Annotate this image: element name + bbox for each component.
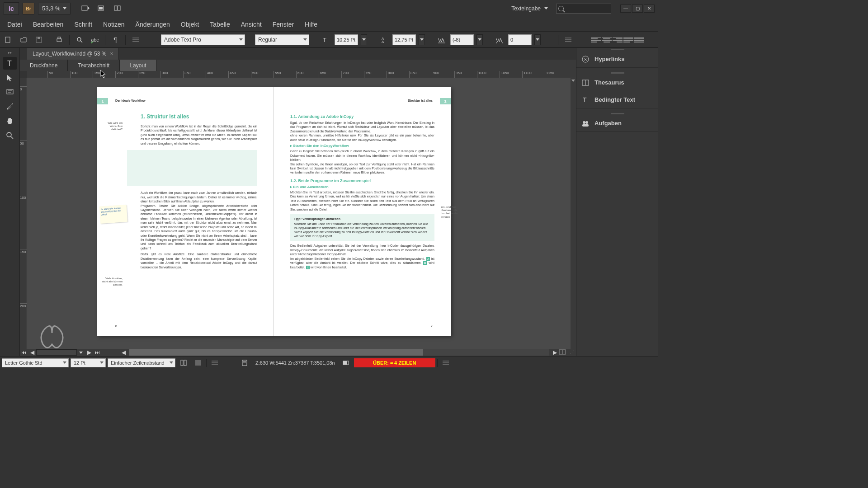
- menu-schrift[interactable]: Schrift: [70, 18, 97, 31]
- text-mode-icon[interactable]: [192, 357, 204, 368]
- split-view-button[interactable]: [559, 349, 568, 356]
- save-button[interactable]: [33, 34, 45, 45]
- copyfit-progress-icon[interactable]: [340, 357, 352, 368]
- close-tab-icon[interactable]: ×: [110, 51, 113, 57]
- panel-aufgaben[interactable]: Aufgaben: [576, 115, 658, 132]
- find-button[interactable]: [73, 34, 86, 45]
- tracking-stepper[interactable]: [534, 34, 541, 45]
- scroll-right-button[interactable]: ▶: [551, 349, 559, 356]
- panel-menu-icon[interactable]: [439, 357, 452, 368]
- status-leading-combo[interactable]: Einfacher Zeilenabstand: [108, 358, 175, 367]
- view-options-button[interactable]: [80, 4, 91, 14]
- maximize-button[interactable]: ▢: [632, 5, 643, 13]
- panel-bedingter-text[interactable]: T Bedingter Text: [576, 91, 658, 108]
- kerning-field[interactable]: (-8): [450, 34, 474, 45]
- tracking-field[interactable]: 0: [508, 34, 532, 45]
- scrollbar-vertical[interactable]: [571, 78, 576, 349]
- body-text: Ganz zu Beginn: Sie befinden sich gleich…: [290, 149, 434, 162]
- scroll-left-button[interactable]: ◀: [119, 349, 127, 356]
- last-page-button[interactable]: ⏭: [93, 349, 101, 356]
- align-right-button[interactable]: [613, 35, 623, 44]
- svg-text:T: T: [7, 60, 12, 67]
- menu-objekt[interactable]: Objekt: [176, 18, 203, 31]
- document-tab[interactable]: Layout_Workflow.indd @ 53 % ×: [27, 48, 119, 60]
- status-size-combo[interactable]: 12 Pt: [71, 358, 106, 367]
- page-combo-dropdown[interactable]: [77, 349, 85, 356]
- menu-datei[interactable]: Datei: [3, 18, 27, 31]
- workspace-switcher[interactable]: Texteingabe: [507, 2, 552, 15]
- show-hidden-button[interactable]: ¶: [109, 34, 122, 45]
- ruler-horizontal[interactable]: 5010015020025030035040045050055060065070…: [27, 71, 576, 78]
- note-tool[interactable]: [3, 86, 17, 99]
- panel-label: Bedingter Text: [594, 96, 635, 103]
- font-family-combo[interactable]: Adobe Text Pro: [161, 34, 245, 45]
- next-page-button[interactable]: ▶: [85, 349, 93, 356]
- leading-field[interactable]: 12,75 Pt: [392, 34, 416, 45]
- svg-rect-26: [7, 89, 13, 94]
- panel-menu-icon[interactable]: [208, 357, 221, 368]
- new-button[interactable]: [2, 34, 14, 45]
- layout-canvas[interactable]: 1 Der ideale Workflow 1. Struktur ist al…: [27, 78, 576, 349]
- panel-menu-icon[interactable]: [562, 34, 575, 45]
- scroll-up-icon[interactable]: [571, 80, 575, 82]
- search-input[interactable]: [556, 4, 611, 14]
- page-combo[interactable]: [36, 349, 77, 356]
- hand-tool[interactable]: [3, 115, 17, 127]
- resize-grip[interactable]: ⋰: [568, 349, 576, 356]
- font-size-stepper[interactable]: [361, 34, 367, 45]
- collapse-icon[interactable]: ▸▸: [0, 51, 19, 55]
- minimize-button[interactable]: —: [620, 5, 631, 13]
- view-tab-druckfahne[interactable]: Druckfahne: [20, 60, 68, 71]
- font-size-field[interactable]: 10,25 Pt: [335, 34, 358, 45]
- tool-panel: ▸▸ T: [0, 48, 20, 356]
- align-center-button[interactable]: [602, 35, 612, 44]
- view-tab-textabschnitt[interactable]: Textabschnitt: [68, 60, 120, 71]
- screen-mode-button[interactable]: [96, 4, 108, 14]
- zoom-tool[interactable]: [3, 129, 17, 142]
- close-button[interactable]: ✕: [644, 5, 655, 13]
- svg-text:T: T: [327, 39, 329, 43]
- first-page-button[interactable]: ⏮: [20, 349, 28, 356]
- kerning-stepper[interactable]: [476, 34, 483, 45]
- zoom-combo[interactable]: 53,3 %: [38, 3, 71, 14]
- thesaurus-icon: [581, 78, 590, 87]
- menu-hilfe[interactable]: Hilfe: [300, 18, 322, 31]
- status-font-combo[interactable]: Letter Gothic Std: [2, 358, 69, 367]
- justify-left-button[interactable]: [623, 35, 633, 44]
- justify-all-button[interactable]: [634, 35, 644, 44]
- leading-stepper[interactable]: [419, 34, 425, 45]
- ruler-vertical[interactable]: 050100150200: [20, 78, 27, 349]
- panel-thesaurus[interactable]: Thesaurus: [576, 74, 658, 91]
- type-tool[interactable]: T: [3, 57, 17, 70]
- columns-icon[interactable]: [177, 357, 190, 368]
- prev-page-button[interactable]: ◀: [28, 349, 36, 356]
- svg-rect-8: [57, 39, 61, 42]
- running-head: Struktur ist alles: [408, 99, 433, 102]
- spellcheck-button[interactable]: abc✓: [89, 34, 101, 45]
- arrange-documents-button[interactable]: [112, 4, 124, 14]
- scrollbar-horizontal[interactable]: [129, 349, 549, 356]
- print-button[interactable]: [53, 34, 66, 45]
- eyedropper-tool[interactable]: [3, 100, 17, 113]
- workspace-label: Texteingabe: [511, 5, 541, 12]
- bridge-icon[interactable]: Br: [23, 3, 34, 14]
- page-number: 6: [115, 324, 117, 328]
- copyfit-icon[interactable]: [238, 357, 251, 368]
- position-tool[interactable]: [3, 71, 17, 84]
- menu-aenderungen[interactable]: Änderungen: [131, 18, 175, 31]
- svg-rect-3: [114, 6, 117, 10]
- svg-text:A: A: [382, 40, 384, 43]
- menu-notizen[interactable]: Notizen: [99, 18, 129, 31]
- panel-hyperlinks[interactable]: Hyperlinks: [576, 51, 658, 68]
- font-style-combo[interactable]: Regular: [255, 34, 309, 45]
- view-tab-layout[interactable]: Layout: [120, 60, 156, 71]
- menu-bearbeiten[interactable]: Bearbeiten: [28, 18, 68, 31]
- overset-indicator[interactable]: ÜBER: ≈ 4 ZEILEN: [354, 358, 435, 367]
- menu-fenster[interactable]: Fenster: [268, 18, 298, 31]
- menu-tabelle[interactable]: Tabelle: [205, 18, 234, 31]
- open-button[interactable]: [17, 34, 30, 45]
- align-left-button[interactable]: [591, 35, 601, 44]
- menu-ansicht[interactable]: Ansicht: [236, 18, 266, 31]
- panel-menu-icon[interactable]: [129, 34, 142, 45]
- page-spread: 1 Der ideale Workflow 1. Struktur ist al…: [97, 87, 451, 336]
